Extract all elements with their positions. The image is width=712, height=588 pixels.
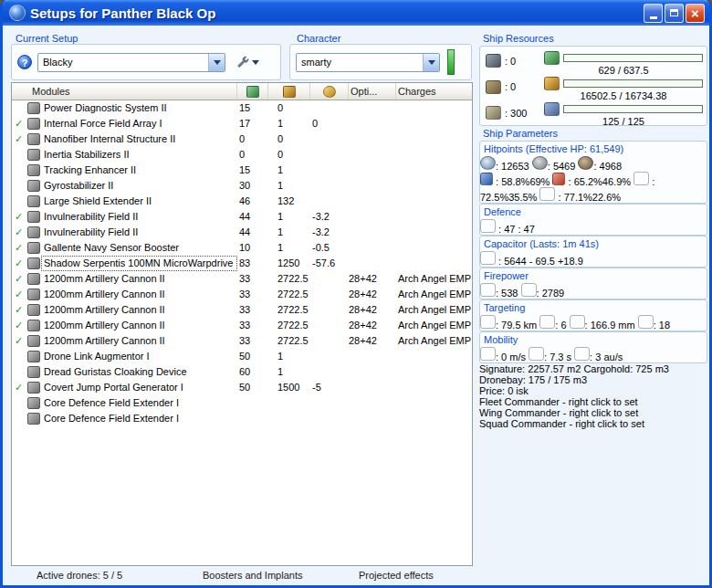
module-name[interactable]: Tracking Enhancer II	[41, 163, 237, 178]
module-optimal-value: 28+42	[349, 318, 396, 333]
max-velocity-value: : 0 m/s	[496, 352, 526, 362]
module-name[interactable]: 1200mm Artillery Cannon II	[41, 271, 237, 287]
module-charge-value: Arch Angel EMP L	[396, 287, 472, 302]
module-cap-value	[310, 411, 349, 426]
table-row[interactable]: Gyrostabilizer II301	[12, 178, 472, 194]
module-cap-value	[310, 163, 349, 178]
wing-commander-text[interactable]: Wing Commander - right click to set	[479, 407, 707, 418]
module-name[interactable]: Core Defence Field Extender I	[41, 411, 237, 426]
table-row[interactable]: ✓1200mm Artillery Cannon II332722.528+42…	[12, 271, 472, 287]
module-cap-value	[310, 287, 349, 302]
table-row[interactable]: ✓1200mm Artillery Cannon II332722.528+42…	[12, 318, 472, 333]
active-drones-section[interactable]: Active drones: 5 / 5	[37, 570, 122, 581]
table-row[interactable]: Core Defence Field Extender I	[12, 411, 472, 426]
module-name[interactable]: Large Shield Extender II	[41, 194, 237, 209]
module-cap-value: 0	[310, 116, 349, 131]
max-targets-value: : 6	[555, 320, 566, 331]
shield-icon	[480, 156, 496, 170]
capacitor-value: : 5644	[498, 256, 527, 267]
module-cap-value	[310, 147, 349, 163]
table-row[interactable]: Inertia Stabilizers II00	[12, 147, 472, 163]
warp-speed-value: : 3 au/s	[590, 352, 623, 362]
character-panel: smarty	[289, 44, 472, 80]
squad-commander-text[interactable]: Squad Commander - right click to set	[479, 418, 707, 429]
table-row[interactable]: ✓Invulnerability Field II441-3.2	[12, 209, 472, 225]
module-cap-value	[310, 349, 349, 364]
module-optimal-value	[349, 395, 396, 411]
module-icon	[27, 320, 40, 331]
table-row[interactable]: Large Shield Extender II46132	[12, 194, 472, 209]
module-charge-value: Arch Angel EMP L	[396, 271, 472, 287]
minimize-button[interactable]	[644, 4, 663, 23]
module-powergrid-value: 1	[268, 225, 310, 240]
table-row[interactable]: ✓Nanofiber Internal Structure II00	[12, 131, 472, 147]
module-name[interactable]: Drone Link Augmentor I	[41, 349, 237, 364]
module-name[interactable]: Invulnerability Field II	[41, 209, 237, 225]
module-icon	[27, 211, 40, 223]
table-row[interactable]: ✓1200mm Artillery Cannon II332722.528+42…	[12, 302, 472, 318]
module-name[interactable]: 1200mm Artillery Cannon II	[41, 287, 237, 302]
module-cap-value	[310, 318, 349, 333]
module-powergrid-value: 1500	[268, 380, 310, 395]
close-button[interactable]: ×	[686, 4, 705, 23]
module-name[interactable]: Inertia Stabilizers II	[41, 147, 237, 163]
table-row[interactable]: ✓1200mm Artillery Cannon II332722.528+42…	[12, 333, 472, 349]
fitted-check-icon: ✓	[12, 271, 26, 287]
module-charge-value	[396, 131, 472, 147]
capacitor-column-icon	[310, 83, 349, 100]
table-row[interactable]: Power Diagnostic System II150	[12, 100, 472, 116]
module-optimal-value	[349, 131, 396, 147]
module-powergrid-value: 1	[268, 178, 310, 194]
skill-level-bar	[447, 49, 455, 75]
module-name[interactable]: Shadow Serpentis 100MN MicroWarpdrive	[41, 256, 237, 271]
module-name[interactable]: Gyrostabilizer II	[41, 178, 237, 194]
module-name[interactable]: 1200mm Artillery Cannon II	[41, 302, 237, 318]
capacitor-recharge-value: +18.9	[558, 256, 583, 267]
module-name[interactable]: Core Defence Field Extender I	[41, 395, 237, 411]
module-charge-value: Arch Angel EMP L	[396, 302, 472, 318]
chevron-down-icon[interactable]	[423, 54, 439, 71]
module-name[interactable]: Invulnerability Field II	[41, 225, 237, 240]
title-bar[interactable]: Setups for Panther Black Op ×	[3, 0, 709, 26]
module-icon	[27, 335, 40, 347]
module-charge-value: Arch Angel EMP L	[396, 333, 472, 349]
module-icon	[27, 164, 40, 176]
defence-label: Defence	[484, 206, 707, 217]
module-cap-value	[310, 302, 349, 318]
module-name[interactable]: Internal Force Field Array I	[41, 116, 237, 131]
modules-table[interactable]: Modules Opti... Charges Power Diagnostic…	[11, 82, 473, 566]
character-combobox[interactable]: smarty	[296, 53, 440, 72]
table-row[interactable]: ✓Internal Force Field Array I1710	[12, 116, 472, 131]
module-icon	[27, 257, 40, 269]
targeting-panel: Targeting : 79.5 km : 6 : 166.9 mm : 18	[479, 299, 707, 331]
chevron-down-icon[interactable]	[208, 54, 225, 71]
table-row[interactable]: Drone Link Augmentor I501	[12, 349, 472, 364]
table-row[interactable]: ✓Invulnerability Field II441-3.2	[12, 225, 472, 240]
module-name[interactable]: Dread Guristas Cloaking Device	[41, 364, 237, 380]
fitted-check-icon	[12, 147, 26, 163]
module-name[interactable]: Covert Jump Portal Generator I	[41, 380, 237, 395]
module-name[interactable]: Power Diagnostic System II	[41, 100, 237, 116]
projected-effects-section[interactable]: Projected effects	[359, 570, 434, 581]
table-row[interactable]: ✓Shadow Serpentis 100MN MicroWarpdrive83…	[12, 256, 472, 271]
module-charge-value	[396, 240, 472, 256]
table-row[interactable]: ✓Gallente Navy Sensor Booster101-0.5	[12, 240, 472, 256]
setup-tools-button[interactable]	[233, 52, 263, 72]
table-row[interactable]: Tracking Enhancer II151	[12, 163, 472, 178]
table-row[interactable]: ✓1200mm Artillery Cannon II332722.528+42…	[12, 287, 472, 302]
module-name[interactable]: Gallente Navy Sensor Booster	[41, 240, 237, 256]
fleet-commander-text[interactable]: Fleet Commander - right click to set	[479, 396, 707, 407]
capacitor-icon	[480, 251, 496, 265]
price-text: Price: 0 isk	[479, 385, 707, 396]
setup-combobox[interactable]: Blacky	[37, 53, 225, 72]
module-name[interactable]: 1200mm Artillery Cannon II	[41, 333, 237, 349]
module-cap-value	[310, 194, 349, 209]
boosters-implants-section[interactable]: Boosters and Implants	[203, 570, 302, 581]
help-icon[interactable]: ?	[17, 55, 32, 69]
table-row[interactable]: Core Defence Field Extender I	[12, 395, 472, 411]
table-row[interactable]: Dread Guristas Cloaking Device601	[12, 364, 472, 380]
maximize-button[interactable]	[665, 4, 684, 23]
module-name[interactable]: 1200mm Artillery Cannon II	[41, 318, 237, 333]
table-row[interactable]: ✓Covert Jump Portal Generator I501500-5	[12, 380, 472, 395]
module-name[interactable]: Nanofiber Internal Structure II	[41, 131, 237, 147]
